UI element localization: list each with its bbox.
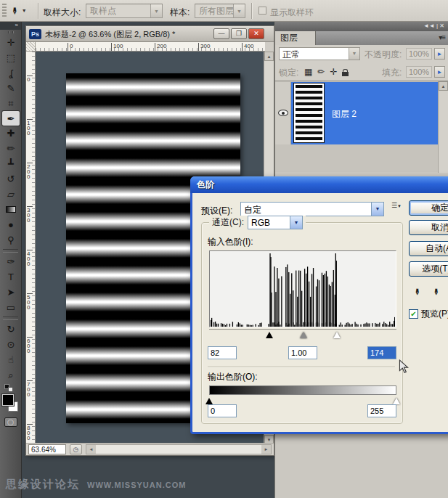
panel-collapse-close-icons[interactable]: ◄◄ | ✕ — [275, 22, 448, 31]
tool-rectangular-marquee-tool[interactable]: ⬚ — [0, 50, 22, 65]
input-shadow-field[interactable]: 82 — [208, 346, 237, 359]
visibility-column — [275, 82, 291, 144]
fill-value[interactable]: 100% — [406, 66, 432, 78]
lock-all-icon[interactable] — [342, 72, 349, 76]
color-swatches — [0, 393, 21, 416]
swap-colors-icon[interactable] — [0, 383, 21, 393]
scroll-right-icon[interactable]: ► — [261, 445, 271, 454]
zoom-level-field[interactable]: 63.64% — [28, 444, 66, 454]
document-title: 未标题-2 @ 63.6% (图层 2, RGB/8) * — [45, 29, 175, 40]
photoshop-window: ✒ ▼ 取样大小: 取样点 ▼ 样本: 所有图层 ▼ 显示取样环 » ✛⬚ʆ✎⌗… — [0, 0, 448, 498]
tools-grip[interactable] — [0, 30, 21, 35]
selected-layer[interactable]: 图层 2 — [291, 82, 438, 144]
opacity-arrow-icon[interactable]: ► — [434, 48, 445, 60]
black-point-eyedropper-icon[interactable]: ✒ — [408, 285, 423, 298]
tool-eyedropper-tool[interactable]: ✒ — [2, 111, 20, 126]
tool-path-selection-tool[interactable]: ➤ — [0, 285, 22, 300]
scroll-up-icon[interactable]: ▲ — [439, 81, 448, 91]
tool-lasso-tool[interactable]: ʆ — [0, 65, 22, 81]
status-info-icon[interactable]: ◷ — [70, 444, 82, 454]
tool-crop-tool[interactable]: ⌗ — [0, 96, 22, 111]
close-button[interactable]: ✕ — [248, 28, 264, 39]
tool-healing-brush-tool[interactable]: ✚ — [0, 126, 22, 141]
tool-dodge-tool[interactable]: ⚲ — [0, 232, 22, 248]
tool-3d-orbit-tool[interactable]: ⊙ — [0, 337, 22, 352]
current-tool-button[interactable]: ✒ ▼ — [10, 3, 35, 18]
output-highlight-field[interactable]: 255 — [367, 404, 396, 417]
channel-select[interactable]: RGB ▼ — [248, 216, 303, 229]
ruler-tick-label: 0 — [27, 75, 33, 82]
document-title-bar[interactable]: Ps 未标题-2 @ 63.6% (图层 2, RGB/8) * — ❐ ✕ — [26, 26, 274, 42]
menu-lines-icon: ☰ — [391, 202, 397, 209]
collapse-tools-icon[interactable]: » — [0, 22, 21, 30]
lock-position-icon[interactable]: ✛ — [330, 67, 337, 77]
tool-blur-tool[interactable]: ● — [0, 217, 22, 232]
tool-brush-tool[interactable]: ✏ — [0, 141, 22, 156]
preset-options-button[interactable]: ☰▼ — [390, 203, 403, 214]
options-bar-grip[interactable] — [2, 4, 7, 18]
layer-visibility-eye-icon[interactable] — [278, 110, 288, 116]
cancel-button[interactable]: 取消 — [409, 220, 448, 235]
chevron-down-icon: ▼ — [290, 216, 302, 229]
tool-gradient-tool[interactable] — [0, 202, 22, 217]
ruler-tick-label: 300 — [27, 206, 33, 223]
preset-select[interactable]: 自定 ▼ — [240, 202, 384, 216]
layer-row[interactable]: 图层 2 — [275, 82, 438, 144]
scroll-left-icon[interactable]: ◄ — [86, 445, 96, 454]
shadow-slider[interactable] — [266, 332, 273, 338]
ruler-tick-label: 800 — [27, 424, 33, 441]
horizontal-scrollbar[interactable]: ◄ ► — [86, 444, 272, 454]
tool-zoom-tool[interactable]: ⌕ — [0, 367, 22, 383]
input-highlight-field[interactable]: 174 — [367, 346, 396, 359]
tool-pen-tool[interactable]: ✑ — [0, 254, 22, 269]
auto-button[interactable]: 自动(A) — [409, 241, 448, 256]
divider — [3, 249, 18, 253]
ok-button[interactable]: 确定 — [409, 200, 448, 216]
ruler-tick-label: 300 — [198, 43, 210, 52]
tool-rectangle-tool[interactable]: ▭ — [0, 300, 22, 315]
tool-eraser-tool[interactable]: ▱ — [0, 187, 22, 202]
lock-transparency-icon[interactable]: ▦ — [304, 67, 312, 77]
eyedropper-buttons: ✒ ✒ ✒ — [409, 285, 448, 299]
tool-clone-stamp-tool[interactable]: ┻ — [0, 156, 22, 171]
scroll-up-icon[interactable]: ▲ — [264, 52, 274, 61]
output-shadow-field[interactable]: 0 — [208, 404, 237, 417]
tool-quick-selection-tool[interactable]: ✎ — [0, 81, 22, 96]
tool-history-brush-tool[interactable]: ↺ — [0, 171, 22, 187]
chevron-down-icon: ▼ — [371, 203, 383, 216]
ruler-tick-label: 400 — [27, 250, 33, 266]
quick-mask-icon: ◯ — [7, 419, 14, 425]
tool-hand-tool[interactable]: ☝ — [0, 352, 22, 367]
layer-thumbnail[interactable] — [294, 83, 324, 142]
highlight-slider[interactable] — [333, 332, 341, 338]
layers-scrollbar[interactable]: ▲ — [438, 81, 448, 173]
maximize-button[interactable]: ❐ — [231, 28, 247, 39]
preview-checkbox[interactable]: ✔ — [409, 309, 418, 319]
sample-select[interactable]: 所有图层 ▼ — [195, 4, 245, 18]
tool-type-tool[interactable]: T — [0, 269, 22, 285]
gamma-slider[interactable] — [300, 332, 307, 338]
fill-arrow-icon[interactable]: ► — [434, 66, 445, 78]
gray-point-eyedropper-icon[interactable]: ✒ — [427, 285, 441, 298]
tool-move-tool[interactable]: ✛ — [0, 35, 22, 50]
horizontal-ruler: 0100200300400 — [36, 42, 265, 52]
sample-size-select[interactable]: 取样点 ▼ — [86, 4, 163, 18]
tab-layers[interactable]: 图层 — [275, 31, 316, 45]
foreground-color-swatch[interactable] — [2, 394, 14, 406]
show-sampling-ring-checkbox[interactable] — [258, 7, 266, 15]
quick-mask-button[interactable]: ◯ — [4, 417, 17, 427]
minimize-button[interactable]: — — [213, 28, 229, 39]
watermark-cn: 思缘设计论坛 — [6, 478, 80, 491]
chevron-down-icon: ▼ — [233, 4, 245, 17]
panel-menu-icon[interactable]: ▾≡ — [439, 33, 445, 41]
output-shadow-slider[interactable] — [205, 398, 213, 404]
input-gamma-field[interactable]: 1.00 — [288, 346, 317, 359]
opacity-value[interactable]: 100% — [406, 48, 432, 60]
output-highlight-slider[interactable] — [393, 398, 400, 404]
options-button[interactable]: 选项(T)... — [409, 261, 448, 277]
tool-3d-rotate-tool[interactable]: ↻ — [0, 322, 22, 337]
lock-pixels-icon[interactable]: ✏ — [317, 67, 325, 77]
blend-mode-select[interactable]: 正常 ▼ — [279, 47, 360, 60]
sample-size-label: 取样大小: — [44, 7, 81, 19]
dialog-title-bar[interactable]: 色阶 — [190, 176, 448, 193]
